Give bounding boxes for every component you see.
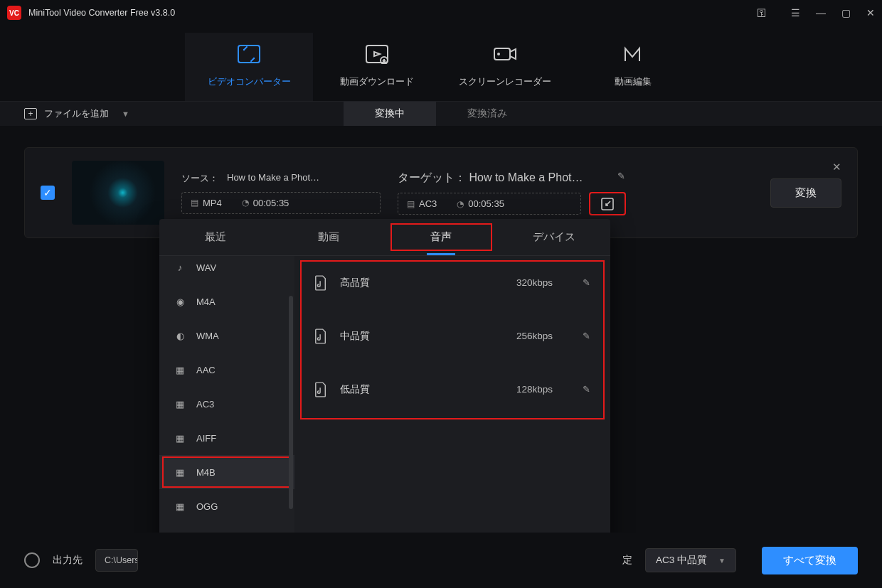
tab-converted[interactable]: 変換済み xyxy=(436,102,538,126)
format-list-scrollbar[interactable] xyxy=(289,296,293,509)
add-file-label: ファイルを追加 xyxy=(44,107,109,120)
nav-label: 動画編集 xyxy=(569,75,697,88)
tab-converting[interactable]: 変換中 xyxy=(344,102,436,126)
main-nav: ビデオコンバーター 動画ダウンロード スクリーンレコーダー 動画編集 xyxy=(0,26,882,101)
minimize-button[interactable]: — xyxy=(816,7,826,18)
video-thumbnail[interactable] xyxy=(72,161,164,225)
format-item-m4b[interactable]: ▦M4B xyxy=(159,455,294,489)
target-duration: 00:05:35 xyxy=(468,198,504,209)
quality-item-low[interactable]: 低品質 128kbps ✎ xyxy=(294,363,610,416)
audio-icon: ▦ xyxy=(174,500,186,513)
quality-bitrate: 256kbps xyxy=(516,331,553,341)
nav-label: ビデオコンバーター xyxy=(185,75,313,88)
popup-tab-device[interactable]: デバイス xyxy=(498,219,611,255)
format-item-aac[interactable]: ▦AAC xyxy=(159,353,294,387)
svg-rect-0 xyxy=(238,46,260,63)
audio-icon: ◐ xyxy=(174,329,186,342)
preset-suffix: 定 xyxy=(622,554,632,567)
svg-point-1 xyxy=(243,49,245,50)
source-duration: 00:05:35 xyxy=(253,198,289,208)
quality-label: 低品質 xyxy=(340,383,370,396)
nav-video-edit[interactable]: 動画編集 xyxy=(569,33,697,101)
edit-icon xyxy=(569,41,697,67)
quality-item-high[interactable]: 高品質 320kbps ✎ xyxy=(294,256,610,309)
convert-button[interactable]: 変換 xyxy=(770,178,841,208)
quality-list: 高品質 320kbps ✎ 中品質 256kbps ✎ 低品質 128kbps … xyxy=(294,256,610,538)
format-item-wma[interactable]: ◐WMA xyxy=(159,319,294,353)
format-item-ac3[interactable]: ▦AC3 xyxy=(159,387,294,421)
source-format: MP4 xyxy=(203,198,222,208)
popup-tab-video[interactable]: 動画 xyxy=(272,219,386,255)
download-icon xyxy=(313,41,441,67)
choose-format-button[interactable] xyxy=(590,193,625,215)
audio-icon: ♪ xyxy=(174,261,186,274)
rename-icon[interactable]: ✎ xyxy=(617,171,625,181)
target-meta: ▤AC3 ◔00:05:35 xyxy=(398,193,581,215)
nav-label: 動画ダウンロード xyxy=(313,75,441,88)
app-title: MiniTool Video Converter Free v3.8.0 xyxy=(28,8,757,18)
format-list: ♪WAV ◉M4A ◐WMA ▦AAC ▦AC3 ▦AIFF ▦M4B ▦OGG xyxy=(159,256,294,538)
toolbar: + ファイルを追加 ▼ 変換中 変換済み xyxy=(0,101,882,126)
close-button[interactable]: ✕ xyxy=(866,7,875,18)
format-popup: 最近 動画 音声 デバイス ♪WAV ◉M4A ◐WMA ▦AAC ▦AC3 ▦… xyxy=(159,219,610,573)
format-icon: ▤ xyxy=(191,198,198,208)
audio-icon: ▦ xyxy=(174,397,186,410)
app-logo: VC xyxy=(7,6,21,20)
quality-label: 中品質 xyxy=(340,330,370,343)
source-info: ソース： How to Make a Phot… ▤MP4 ◔00:05:35 xyxy=(181,172,381,214)
converter-icon xyxy=(185,41,313,67)
popup-tabs: 最近 動画 音声 デバイス xyxy=(159,219,610,256)
quality-label: 高品質 xyxy=(340,277,370,289)
audio-file-icon xyxy=(314,275,327,291)
quality-item-mid[interactable]: 中品質 256kbps ✎ xyxy=(294,309,610,363)
svg-point-6 xyxy=(497,53,500,55)
clock-icon: ◔ xyxy=(242,198,249,208)
clock-icon: ◔ xyxy=(457,199,464,209)
remove-file-button[interactable]: ✕ xyxy=(832,161,841,173)
quality-edit-icon[interactable]: ✎ xyxy=(583,384,590,395)
quality-edit-icon[interactable]: ✎ xyxy=(583,331,590,341)
title-bar: VC MiniTool Video Converter Free v3.8.0 … xyxy=(0,0,882,26)
maximize-button[interactable]: ▢ xyxy=(841,7,851,18)
target-filename: How to Make a Phot… xyxy=(469,171,583,183)
target-label: ターゲット： xyxy=(398,171,466,183)
nav-label: スクリーンレコーダー xyxy=(441,75,569,88)
output-label: 出力先 xyxy=(53,554,83,567)
svg-rect-5 xyxy=(494,48,510,60)
chevron-down-icon[interactable]: ▼ xyxy=(122,109,129,118)
convert-all-button[interactable]: すべて変換 xyxy=(762,547,858,574)
quality-bitrate: 320kbps xyxy=(516,277,553,288)
popup-tab-audio[interactable]: 音声 xyxy=(385,219,498,255)
source-label: ソース： xyxy=(181,172,218,185)
source-meta: ▤MP4 ◔00:05:35 xyxy=(181,192,381,214)
format-item-ogg[interactable]: ▦OGG xyxy=(159,489,294,523)
audio-file-icon xyxy=(314,328,327,344)
output-preset-dropdown[interactable]: AC3 中品質 ▼ xyxy=(645,548,736,572)
audio-icon: ▦ xyxy=(174,363,186,376)
quality-bitrate: 128kbps xyxy=(516,384,553,395)
source-filename: How to Make a Phot… xyxy=(227,172,319,185)
output-path[interactable]: C:\Users xyxy=(95,549,138,572)
nav-video-download[interactable]: 動画ダウンロード xyxy=(313,33,441,101)
format-icon: ▤ xyxy=(407,199,415,209)
target-info: ターゲット： How to Make a Phot… ✎ ▤AC3 ◔00:05… xyxy=(398,171,625,215)
schedule-icon[interactable] xyxy=(24,552,40,568)
file-checkbox[interactable]: ✓ xyxy=(41,186,55,200)
add-file-button[interactable]: + ファイルを追加 ▼ xyxy=(24,107,129,120)
choose-format-icon xyxy=(601,198,614,210)
recorder-icon xyxy=(441,41,569,67)
format-item-wav[interactable]: ♪WAV xyxy=(159,256,294,284)
key-icon[interactable]: ⚿ xyxy=(757,7,767,18)
status-tabs: 変換中 変換済み xyxy=(344,102,538,126)
audio-icon: ▦ xyxy=(174,466,186,479)
plus-folder-icon: + xyxy=(24,108,37,119)
format-item-aiff[interactable]: ▦AIFF xyxy=(159,421,294,455)
menu-icon[interactable]: ☰ xyxy=(791,7,800,18)
audio-file-icon xyxy=(314,382,327,397)
nav-screen-recorder[interactable]: スクリーンレコーダー xyxy=(441,33,569,101)
popup-tab-recent[interactable]: 最近 xyxy=(159,219,272,255)
preset-value: AC3 中品質 xyxy=(656,554,707,567)
format-item-m4a[interactable]: ◉M4A xyxy=(159,284,294,319)
nav-video-converter[interactable]: ビデオコンバーター xyxy=(185,33,313,101)
quality-edit-icon[interactable]: ✎ xyxy=(583,277,590,288)
